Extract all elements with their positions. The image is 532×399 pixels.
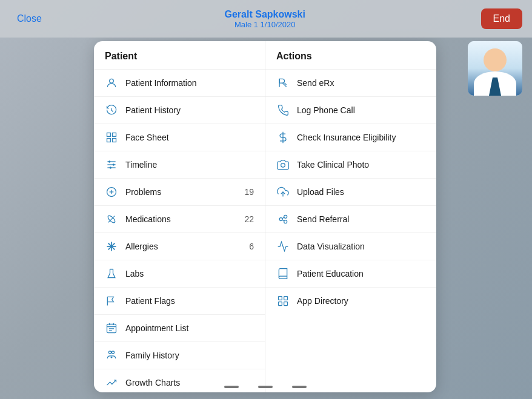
top-bar: Close Geralt Sapkowski Male 1 1/10/2020 … <box>0 0 532 38</box>
allergies-label: Allergies <box>125 242 242 251</box>
flag-icon <box>105 294 118 308</box>
menu-item-take-clinical-photo[interactable]: Take Clinical Photo <box>265 151 436 179</box>
svg-rect-46 <box>279 297 282 300</box>
patient-information-label: Patient Information <box>125 78 254 88</box>
menu-item-send-erx[interactable]: Send eRx <box>265 70 436 97</box>
timeline-icon <box>105 158 118 171</box>
apps-icon <box>276 294 290 308</box>
history-icon <box>105 104 118 117</box>
calendar-list-icon <box>105 322 118 335</box>
timeline-label: Timeline <box>125 160 254 170</box>
svg-point-42 <box>284 215 287 218</box>
problems-label: Problems <box>125 187 237 197</box>
take-clinical-photo-label: Take Clinical Photo <box>297 160 425 170</box>
send-referral-label: Send Referral <box>297 214 425 224</box>
svg-point-29 <box>111 357 113 358</box>
svg-rect-2 <box>113 133 116 137</box>
svg-rect-48 <box>279 302 282 306</box>
patient-info: Male 1 1/10/2020 <box>225 20 305 29</box>
menu-item-send-referral[interactable]: Send Referral <box>265 206 436 233</box>
svg-rect-47 <box>284 297 288 300</box>
svg-rect-4 <box>113 139 116 142</box>
bottom-icons-row <box>94 386 436 388</box>
actions-column: Actions Send eRx Log Phone Call <box>265 41 436 392</box>
labs-label: Labs <box>125 269 254 279</box>
face-sheet-label: Face Sheet <box>125 133 254 142</box>
svg-rect-3 <box>107 139 111 142</box>
menu-item-patient-flags[interactable]: Patient Flags <box>94 288 265 315</box>
medications-badge: 22 <box>244 214 254 224</box>
app-directory-label: App Directory <box>297 296 425 306</box>
doctor-avatar <box>468 41 522 96</box>
svg-rect-49 <box>284 302 288 306</box>
menu-item-medications[interactable]: Medications 22 <box>94 206 265 233</box>
allergies-badge: 6 <box>249 242 254 251</box>
svg-line-44 <box>282 217 284 219</box>
check-insurance-label: Check Insurance Eligibility <box>297 133 425 142</box>
patient-name: Geralt Sapkowski <box>225 9 305 20</box>
chart-line-icon <box>276 240 290 253</box>
menu-item-appointment-list[interactable]: Appointment List <box>94 315 265 342</box>
close-button[interactable]: Close <box>10 8 49 29</box>
book-icon <box>276 267 290 280</box>
menu-item-problems[interactable]: Problems 19 <box>94 179 265 206</box>
asterisk-icon <box>105 240 118 253</box>
patient-history-label: Patient History <box>125 105 254 115</box>
svg-point-9 <box>113 163 115 165</box>
menu-item-patient-information[interactable]: Patient Information <box>94 70 265 97</box>
menu-item-data-visualization[interactable]: Data Visualization <box>265 233 436 260</box>
end-button[interactable]: End <box>481 8 522 29</box>
menu-item-upload-files[interactable]: Upload Files <box>265 179 436 206</box>
family-icon <box>105 349 118 362</box>
svg-line-36 <box>282 83 287 87</box>
svg-point-27 <box>108 351 111 354</box>
svg-point-41 <box>279 218 282 221</box>
menu-item-patient-history[interactable]: Patient History <box>94 97 265 124</box>
data-visualization-label: Data Visualization <box>297 242 425 251</box>
problems-badge: 19 <box>244 187 254 197</box>
grid-icon <box>105 131 118 144</box>
svg-point-10 <box>110 167 111 168</box>
svg-line-37 <box>285 83 287 85</box>
plus-circle-icon <box>105 185 118 199</box>
svg-point-43 <box>284 220 287 223</box>
phone-icon <box>276 104 290 117</box>
menu-item-allergies[interactable]: Allergies 6 <box>94 233 265 260</box>
camera-icon <box>276 158 290 171</box>
medications-label: Medications <box>125 214 237 224</box>
bottom-icon-1[interactable] <box>224 386 239 388</box>
svg-point-0 <box>110 79 114 83</box>
send-erx-label: Send eRx <box>297 78 425 88</box>
appointment-list-label: Appointment List <box>125 323 254 333</box>
svg-point-39 <box>281 163 285 168</box>
bottom-icon-3[interactable] <box>292 386 307 388</box>
svg-line-45 <box>282 220 284 221</box>
patient-column: Patient Patient Information Patient Hist… <box>94 41 265 392</box>
menu-item-family-history[interactable]: Family History <box>94 342 265 369</box>
menu-item-app-directory[interactable]: App Directory <box>265 288 436 314</box>
rx-icon <box>276 76 290 90</box>
patient-flags-label: Patient Flags <box>125 296 254 306</box>
menu-item-log-phone-call[interactable]: Log Phone Call <box>265 97 436 124</box>
menu-item-labs[interactable]: Labs <box>94 260 265 288</box>
svg-rect-1 <box>107 133 111 137</box>
family-history-label: Family History <box>125 351 254 360</box>
menu-item-timeline[interactable]: Timeline <box>94 151 265 179</box>
dollar-icon <box>276 131 290 144</box>
menu-item-growth-charts[interactable]: Growth Charts <box>94 369 265 392</box>
menu-item-check-insurance[interactable]: Check Insurance Eligibility <box>265 124 436 151</box>
flask-icon <box>105 267 118 280</box>
pill-icon <box>105 213 118 226</box>
actions-col-header: Actions <box>265 41 436 70</box>
svg-point-8 <box>108 160 110 162</box>
referral-icon <box>276 213 290 226</box>
patient-col-header: Patient <box>94 41 265 70</box>
person-icon <box>105 76 118 90</box>
patient-education-label: Patient Education <box>297 269 425 279</box>
menu-item-face-sheet[interactable]: Face Sheet <box>94 124 265 151</box>
upload-files-label: Upload Files <box>297 187 425 197</box>
log-phone-call-label: Log Phone Call <box>297 105 425 115</box>
menu-item-patient-education[interactable]: Patient Education <box>265 260 436 288</box>
patient-header: Geralt Sapkowski Male 1 1/10/2020 <box>225 9 305 29</box>
bottom-icon-2[interactable] <box>258 386 273 388</box>
